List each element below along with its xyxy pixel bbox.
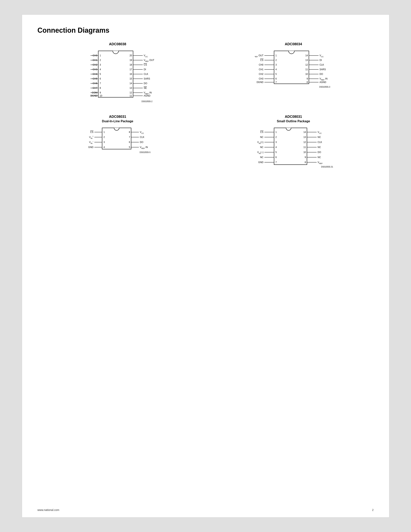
svg-text:13: 13 <box>303 136 306 139</box>
svg-text:10: 10 <box>100 95 102 97</box>
svg-text:3: 3 <box>275 63 277 66</box>
svg-text:3: 3 <box>100 63 101 66</box>
svg-text:8: 8 <box>305 161 306 164</box>
footer-url: www.national.com <box>37 508 59 512</box>
svg-text:VIN(+): VIN(+) <box>257 141 263 144</box>
svg-text:4: 4 <box>100 68 101 71</box>
svg-text:DS010555-2: DS010555-2 <box>141 100 153 103</box>
svg-text:GND: GND <box>88 146 93 149</box>
svg-text:12: 12 <box>303 141 306 143</box>
svg-text:CS: CS <box>90 131 93 133</box>
svg-text:CH3: CH3 <box>93 68 97 71</box>
svg-text:2: 2 <box>275 136 277 139</box>
svg-text:18: 18 <box>130 63 132 66</box>
svg-text:CS: CS <box>260 131 263 133</box>
svg-text:17: 17 <box>130 68 132 71</box>
svg-text:7: 7 <box>129 136 130 139</box>
svg-text:DGND: DGND <box>91 95 97 97</box>
svg-text:7: 7 <box>100 82 101 85</box>
svg-text:VREF OUT: VREF OUT <box>255 54 264 58</box>
svg-rect-132 <box>274 128 307 165</box>
svg-text:VREF IN: VREF IN <box>140 146 148 149</box>
svg-rect-0 <box>98 51 133 97</box>
svg-text:VCC: VCC <box>319 54 324 58</box>
svg-text:DS010555-31: DS010555-31 <box>321 166 333 168</box>
svg-text:5: 5 <box>275 73 277 76</box>
svg-text:9: 9 <box>100 91 101 94</box>
svg-text:CH0: CH0 <box>259 63 263 66</box>
diagrams-grid: ADC08038 CH0 1 CH1 2 CH2 3 <box>37 42 374 170</box>
adc08031-sop-title: ADC08031 <box>285 115 302 119</box>
footer-page: 2 <box>372 508 374 512</box>
svg-text:6: 6 <box>275 77 277 80</box>
svg-text:VIN(−): VIN(−) <box>257 151 263 154</box>
svg-text:6: 6 <box>129 141 130 143</box>
svg-text:1: 1 <box>275 54 277 57</box>
svg-text:14: 14 <box>130 82 132 85</box>
svg-text:NC: NC <box>318 146 321 149</box>
diagram-adc08031-sop: ADC08031 Small Outline Package CS 1 NC 2… <box>213 115 374 170</box>
svg-text:1: 1 <box>100 54 101 57</box>
adc08031-sop-subtitle: Small Outline Package <box>277 120 310 123</box>
svg-text:13: 13 <box>130 87 132 89</box>
svg-text:GND: GND <box>258 161 263 164</box>
svg-text:5: 5 <box>275 151 277 154</box>
svg-text:9: 9 <box>307 77 308 80</box>
diagram-adc08038: ADC08038 CH0 1 CH1 2 CH2 3 <box>37 42 198 103</box>
svg-text:AGND: AGND <box>319 81 326 84</box>
svg-text:1: 1 <box>275 131 277 133</box>
svg-text:VIN+: VIN+ <box>89 135 93 139</box>
svg-text:VCC: VCC <box>144 54 148 58</box>
svg-text:CS: CS <box>144 63 147 66</box>
svg-text:DS010555-3: DS010555-3 <box>319 86 330 88</box>
svg-text:2: 2 <box>103 136 105 139</box>
footer: www.national.com 2 <box>37 508 374 512</box>
adc08031-sop-svg: CS 1 NC 2 VIN(+) 3 NC 4 VIN(−) 5 <box>253 125 334 170</box>
svg-rect-106 <box>102 128 131 149</box>
svg-text:CH0: CH0 <box>93 54 97 57</box>
svg-text:1: 1 <box>103 131 105 133</box>
svg-text:CH6: CH6 <box>93 82 97 85</box>
svg-text:CS: CS <box>260 59 263 62</box>
svg-text:DI: DI <box>144 68 146 71</box>
svg-text:10: 10 <box>303 151 306 154</box>
svg-text:DO: DO <box>144 82 147 85</box>
svg-text:CH2: CH2 <box>259 73 263 76</box>
svg-text:14: 14 <box>305 54 308 57</box>
svg-text:10: 10 <box>305 73 308 76</box>
svg-text:DS010555-5: DS010555-5 <box>140 151 151 153</box>
svg-text:11: 11 <box>130 95 132 97</box>
svg-text:CH5: CH5 <box>93 77 97 80</box>
svg-text:COM: COM <box>92 91 97 94</box>
svg-text:7: 7 <box>275 161 277 164</box>
svg-text:4: 4 <box>275 146 277 149</box>
adc08031-dip-subtitle: Dual-In-Line Package <box>102 120 133 123</box>
svg-text:19: 19 <box>130 59 132 62</box>
diagram-adc08031-dip: ADC08031 Dual-In-Line Package CS 1 VIN+ … <box>37 115 198 170</box>
svg-text:2: 2 <box>275 59 277 62</box>
svg-text:12: 12 <box>305 63 308 66</box>
svg-text:VIN−: VIN− <box>89 141 93 144</box>
svg-text:NC: NC <box>260 146 264 149</box>
svg-text:6: 6 <box>100 77 101 80</box>
svg-text:AGND: AGND <box>144 95 150 97</box>
svg-text:15: 15 <box>130 77 132 80</box>
svg-text:VREF OUT: VREF OUT <box>144 59 154 62</box>
svg-text:CH1: CH1 <box>93 59 97 62</box>
svg-text:CLK: CLK <box>319 63 324 66</box>
svg-text:8: 8 <box>129 131 130 133</box>
svg-rect-62 <box>274 51 309 84</box>
svg-text:DGND: DGND <box>257 81 264 84</box>
svg-text:CH4: CH4 <box>93 73 97 76</box>
svg-text:SARS: SARS <box>319 68 326 71</box>
svg-text:CLK: CLK <box>318 141 322 143</box>
adc08038-title: ADC08038 <box>109 42 126 46</box>
svg-text:11: 11 <box>303 146 306 149</box>
svg-text:20: 20 <box>130 54 132 57</box>
page: Connection Diagrams ADC08038 CH0 1 CH1 2 <box>22 15 389 517</box>
page-title: Connection Diagrams <box>37 26 374 34</box>
svg-text:DO: DO <box>140 141 143 143</box>
svg-text:13: 13 <box>305 59 308 62</box>
svg-text:8: 8 <box>307 81 308 84</box>
svg-text:VCC: VCC <box>140 131 144 134</box>
